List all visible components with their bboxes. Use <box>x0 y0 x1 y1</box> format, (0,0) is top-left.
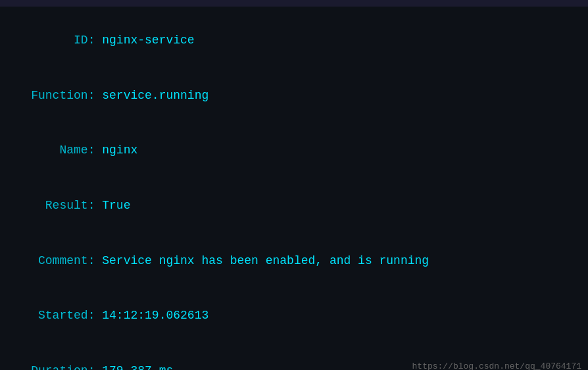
started-line: Started: 14:12:19.062613 <box>0 288 588 344</box>
comment-label: Comment: <box>31 254 102 267</box>
id-label: ID: <box>31 34 102 47</box>
result-line: Result: True <box>0 178 588 234</box>
name-value: nginx <box>102 144 137 157</box>
duration-value: 179.387 ms <box>102 364 173 370</box>
id-line: ID: nginx-service <box>0 13 588 68</box>
terminal-window: ID: nginx-service Function: service.runn… <box>0 7 588 370</box>
name-line: Name: nginx <box>0 123 588 178</box>
id-value: nginx-service <box>102 34 194 47</box>
result-value: True <box>102 199 130 212</box>
function-label: Function: <box>31 89 102 102</box>
started-label: Started: <box>31 309 102 322</box>
result-label: Result: <box>31 199 102 212</box>
comment-line: Comment: Service nginx has been enabled,… <box>0 234 588 289</box>
comment-value: Service nginx has been enabled, and is r… <box>102 254 429 267</box>
name-label: Name: <box>31 144 102 157</box>
function-value: service.running <box>102 89 208 102</box>
started-value: 14:12:19.062613 <box>102 309 208 322</box>
duration-label: Duration: <box>31 364 102 370</box>
function-line: Function: service.running <box>0 68 588 124</box>
url-label: https://blog.csdn.net/qq_40764171 <box>412 361 581 370</box>
